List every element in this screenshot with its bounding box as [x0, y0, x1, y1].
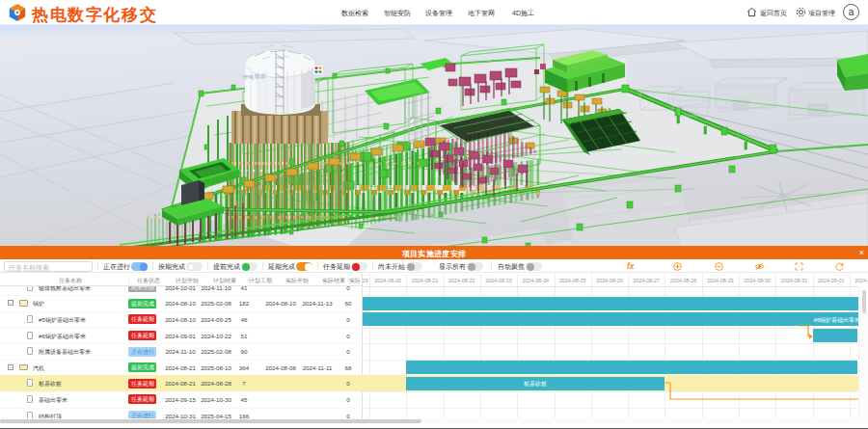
svg-text:华电能源: 华电能源 [243, 73, 266, 80]
